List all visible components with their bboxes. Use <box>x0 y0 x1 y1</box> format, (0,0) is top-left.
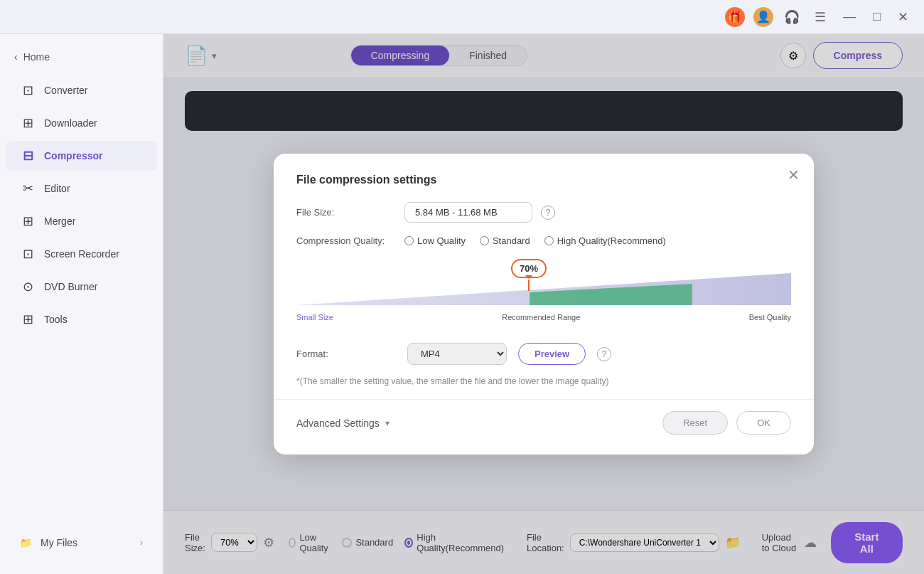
preview-button[interactable]: Preview <box>518 343 586 365</box>
app-layout: ‹ Home ⊡ Converter ⊞ Downloader ⊟ Compre… <box>0 34 924 574</box>
preview-help-icon[interactable]: ? <box>597 347 611 361</box>
maximize-button[interactable]: □ <box>869 6 885 27</box>
sidebar-item-screen-recorder[interactable]: ⊡ Screen Recorder <box>6 239 157 269</box>
file-size-row: File Size: ? <box>296 202 791 223</box>
chevron-left-icon: ‹ <box>14 51 18 63</box>
modal-quality-low-radio[interactable] <box>404 236 414 245</box>
chevron-right-icon: › <box>140 538 143 548</box>
file-size-form-label: File Size: <box>296 207 396 218</box>
my-files-label: My Files <box>41 537 77 548</box>
home-label: Home <box>23 51 50 63</box>
sidebar-item-dvd-burner[interactable]: ⊙ DVD Burner <box>6 272 157 302</box>
reset-button[interactable]: Reset <box>662 411 728 435</box>
user-icon[interactable]: 👤 <box>753 7 773 27</box>
sidebar-item-my-files[interactable]: 📁 My Files › <box>6 530 157 556</box>
sidebar-item-editor[interactable]: ✂ Editor <box>6 174 157 203</box>
note-text: *(The smaller the setting value, the sma… <box>296 376 791 386</box>
sidebar: ‹ Home ⊡ Converter ⊞ Downloader ⊟ Compre… <box>0 34 163 574</box>
chart-labels: Small Size Recommended Range Best Qualit… <box>296 313 791 321</box>
tools-icon: ⊞ <box>20 312 36 327</box>
advanced-settings-row: Advanced Settings ▾ Reset OK <box>296 411 791 435</box>
divider <box>274 399 814 400</box>
sidebar-item-compressor[interactable]: ⊟ Compressor <box>6 141 157 171</box>
format-label: Format: <box>296 349 396 359</box>
editor-icon: ✂ <box>20 181 36 196</box>
advanced-settings-label: Advanced Settings <box>296 418 380 429</box>
merger-icon: ⊞ <box>20 213 36 229</box>
modal-quality-standard-label: Standard <box>493 235 530 246</box>
advanced-settings-toggle[interactable]: Advanced Settings ▾ <box>296 418 390 429</box>
file-size-help-icon[interactable]: ? <box>541 206 555 220</box>
main-content: 📄 ▾ Compressing Finished ⚙ Compress File… <box>163 34 924 574</box>
sidebar-item-label: DVD Burner <box>44 281 97 292</box>
modal-quality-standard[interactable]: Standard <box>480 235 530 246</box>
sidebar-bottom: 📁 My Files › <box>0 523 163 563</box>
minimize-button[interactable]: — <box>839 6 860 27</box>
compression-quality-row: Compression Quality: Low Quality Standar… <box>296 235 791 246</box>
chart-label-small-size: Small Size <box>296 313 333 321</box>
gift-icon[interactable]: 🎁 <box>725 7 745 27</box>
advanced-settings-arrow: ▾ <box>385 418 390 428</box>
sidebar-item-merger[interactable]: ⊞ Merger <box>6 206 157 236</box>
modal-title: File compression settings <box>296 174 791 186</box>
slider-value-bubble: 70% <box>511 259 547 278</box>
compressor-icon: ⊟ <box>20 148 36 164</box>
screen-recorder-icon: ⊡ <box>20 246 36 262</box>
sidebar-item-label: Compressor <box>44 150 102 161</box>
sidebar-item-label: Tools <box>44 314 68 325</box>
modal-quality-high[interactable]: High Quality(Recommend) <box>544 235 666 246</box>
modal-overlay: File compression settings ✕ File Size: ?… <box>163 34 924 574</box>
downloader-icon: ⊞ <box>20 115 36 131</box>
sidebar-item-label: Merger <box>44 216 75 227</box>
converter-icon: ⊡ <box>20 83 36 98</box>
format-select[interactable]: MP4 MOV AVI MKV <box>407 343 507 365</box>
compression-quality-label: Compression Quality: <box>296 235 396 246</box>
headset-icon[interactable]: 🎧 <box>782 7 802 27</box>
sidebar-item-downloader[interactable]: ⊞ Downloader <box>6 108 157 138</box>
modal-actions: Reset OK <box>662 411 791 435</box>
menu-icon[interactable]: ☰ <box>810 6 830 28</box>
file-size-input[interactable] <box>404 202 532 223</box>
dvd-burner-icon: ⊙ <box>20 279 36 294</box>
sidebar-item-label: Converter <box>44 85 87 96</box>
chart-label-best-quality: Best Quality <box>749 313 791 321</box>
modal-quality-low[interactable]: Low Quality <box>404 235 466 246</box>
compression-settings-modal: File compression settings ✕ File Size: ?… <box>274 154 814 455</box>
close-button[interactable]: ✕ <box>893 6 913 28</box>
sidebar-item-label: Screen Recorder <box>44 248 119 260</box>
sidebar-item-converter[interactable]: ⊡ Converter <box>6 75 157 105</box>
quality-options: Low Quality Standard High Quality(Recomm… <box>404 235 666 246</box>
slider-thumb[interactable]: 70% <box>511 259 547 291</box>
slider-area: 70% Small Size Recommended Range Best Qu… <box>296 259 791 330</box>
my-files-icon: 📁 <box>20 537 32 548</box>
modal-quality-high-radio[interactable] <box>544 236 554 245</box>
chart-label-recommended: Recommended Range <box>502 313 580 321</box>
modal-quality-standard-radio[interactable] <box>480 236 489 245</box>
modal-quality-high-label: High Quality(Recommend) <box>557 235 666 246</box>
sidebar-item-label: Editor <box>44 183 70 194</box>
sidebar-back[interactable]: ‹ Home <box>0 46 163 68</box>
format-row: Format: MP4 MOV AVI MKV Preview ? <box>296 343 791 365</box>
modal-quality-low-label: Low Quality <box>417 235 466 246</box>
ok-button[interactable]: OK <box>736 411 791 435</box>
titlebar: 🎁 👤 🎧 ☰ — □ ✕ <box>0 0 924 34</box>
modal-close-button[interactable]: ✕ <box>788 166 800 184</box>
sidebar-item-tools[interactable]: ⊞ Tools <box>6 304 157 334</box>
sidebar-item-label: Downloader <box>44 117 97 129</box>
